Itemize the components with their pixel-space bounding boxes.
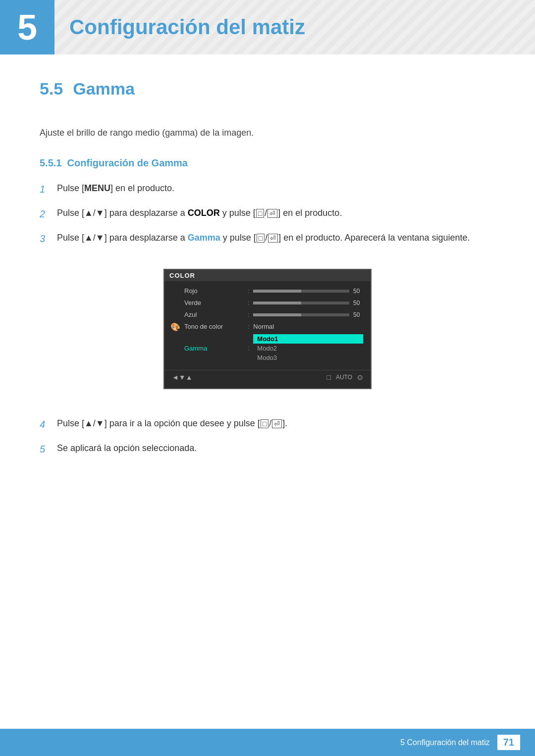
page-header: 5 Configuración del matiz [0, 0, 535, 54]
osd-option-modo1: Modo1 [253, 334, 363, 344]
osd-bar-verde: 50 [253, 300, 363, 306]
steps-list: 1 Pulse [MENU] en el producto. 2 Pulse [… [40, 181, 495, 247]
osd-icon-power: ⊙ [357, 373, 363, 381]
footer-text: 5 Configuración del matiz [400, 738, 490, 747]
step-2: 2 Pulse [▲/▼] para desplazarse a COLOR y… [40, 206, 495, 222]
section-number: 5.5 [40, 79, 63, 99]
chapter-title: Configuración del matiz [54, 0, 305, 54]
osd-body: Rojo : 50 Verde : [164, 281, 371, 388]
steps-list-2: 4 Pulse [▲/▼] para ir a la opción que de… [40, 416, 495, 457]
osd-option-modo3: Modo3 [253, 353, 363, 362]
osd-header-text: COLOR [169, 272, 195, 279]
step-number-2: 2 [40, 206, 54, 222]
step-text-2: Pulse [▲/▼] para desplazarse a COLOR y p… [57, 206, 495, 220]
step-4: 4 Pulse [▲/▼] para ir a la opción que de… [40, 416, 495, 432]
osd-label-tono: Tono de color [184, 323, 244, 330]
osd-row-tono-wrap: Tono de color : Normal 🎨 [164, 321, 371, 333]
osd-bar-rojo: 50 [253, 288, 363, 295]
osd-row-tono: Tono de color : Normal [164, 321, 371, 333]
osd-label-gamma: Gamma [184, 345, 244, 352]
osd-label-azul: Azul [184, 311, 244, 318]
osd-icon-up-arrow: ▲ [186, 373, 193, 381]
step-5: 5 Se aplicará la opción seleccionada. [40, 441, 495, 457]
osd-icon-left-arrow: ◄ [172, 373, 179, 381]
step-number-4: 4 [40, 416, 54, 432]
section-title: Gamma [73, 79, 135, 99]
osd-bar-azul: 50 [253, 311, 363, 318]
chapter-number: 5 [17, 7, 37, 48]
step-1: 1 Pulse [MENU] en el producto. [40, 181, 495, 197]
page-footer: 5 Configuración del matiz 71 [0, 729, 535, 756]
step-text-4: Pulse [▲/▼] para ir a la opción que dese… [57, 416, 495, 431]
step-number-1: 1 [40, 181, 54, 197]
osd-row-azul: Azul : 50 [164, 309, 371, 321]
step-3: 3 Pulse [▲/▼] para desplazarse a Gamma y… [40, 231, 495, 247]
chapter-badge: 5 [0, 0, 54, 54]
osd-header: COLOR [164, 270, 371, 281]
osd-icon-row: ◄ ▼ ▲ □ AUTO ⊙ [164, 370, 371, 384]
osd-icon-enter: □ [326, 373, 330, 381]
footer-page-number: 71 [497, 735, 520, 750]
osd-icon-auto: AUTO [336, 374, 352, 381]
step-text-1: Pulse [MENU] en el producto. [57, 181, 495, 196]
osd-screenshot: COLOR Rojo : 50 Verde [163, 269, 372, 389]
step-text-5: Se aplicará la opción seleccionada. [57, 441, 495, 455]
step-number-3: 3 [40, 231, 54, 247]
osd-label-rojo: Rojo [184, 287, 244, 295]
osd-option-modo2: Modo2 [253, 344, 363, 353]
osd-icon-down-arrow: ▼ [179, 373, 186, 381]
osd-value-tono: Normal [253, 323, 274, 330]
osd-row-verde: Verde : 50 [164, 297, 371, 309]
step-number-5: 5 [40, 441, 54, 457]
osd-row-gamma: Gamma : Modo1 Modo2 Modo3 [164, 333, 371, 364]
osd-row-rojo: Rojo : 50 [164, 285, 371, 297]
osd-icon-left: 🎨 [170, 322, 180, 331]
step-text-3: Pulse [▲/▼] para desplazarse a Gamma y p… [57, 231, 495, 245]
osd-label-verde: Verde [184, 299, 244, 306]
section-description: Ajuste el brillo de rango medio (gamma) … [40, 126, 495, 140]
main-content: 5.5 Gamma Ajuste el brillo de rango medi… [0, 54, 535, 515]
subsection-title: 5.5.1 Configuración de Gamma [40, 157, 495, 169]
osd-gamma-dropdown: Modo1 Modo2 Modo3 [253, 334, 363, 362]
